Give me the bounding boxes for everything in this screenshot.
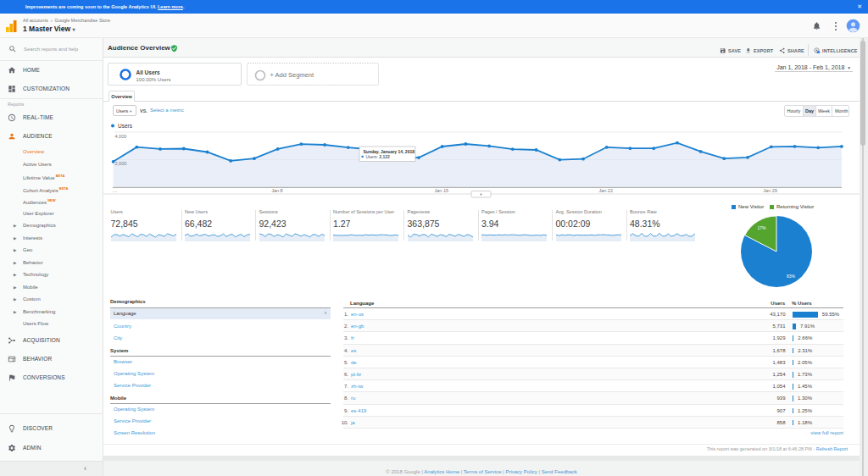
- svg-text:Users: Users: [118, 123, 133, 129]
- svg-text:2,000: 2,000: [115, 161, 127, 166]
- svg-text:4,000: 4,000: [115, 134, 127, 139]
- svg-text:Users: 2,122: Users: 2,122: [366, 154, 391, 159]
- svg-text:Jan 29: Jan 29: [763, 188, 777, 193]
- svg-text:Jan 8: Jan 8: [271, 188, 282, 193]
- svg-text:83%: 83%: [787, 274, 796, 279]
- svg-text:17%: 17%: [757, 225, 766, 230]
- svg-text:Jan 22: Jan 22: [598, 188, 613, 193]
- svg-text:Jan 15: Jan 15: [435, 188, 449, 193]
- svg-text:Sunday, January 14, 2018: Sunday, January 14, 2018: [364, 149, 415, 154]
- svg-text:⋯: ⋯: [112, 189, 117, 194]
